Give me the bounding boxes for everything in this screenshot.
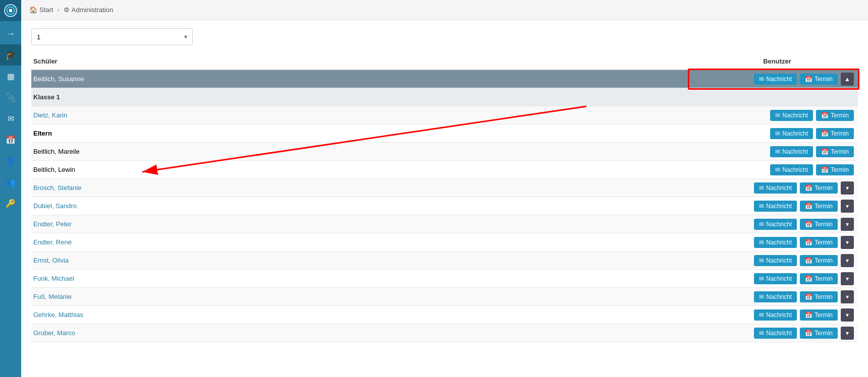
termin-button[interactable]: 📅 Termin xyxy=(800,182,838,194)
sidebar-item-user[interactable]: 👤 xyxy=(0,150,21,171)
breadcrumb-separator: › xyxy=(57,6,59,14)
sidebar-item-calendar[interactable]: 📅 xyxy=(0,129,21,150)
sidebar-item-group[interactable]: 👥 xyxy=(0,171,21,193)
expand-button[interactable]: ▾ xyxy=(841,200,854,213)
student-link[interactable]: Funk, Michael xyxy=(33,275,74,282)
calendar-icon: 📅 xyxy=(805,184,812,192)
row-actions: ✉ Nachricht 📅 Termin ▾ xyxy=(696,236,858,249)
chevron-down-icon: ▾ xyxy=(184,33,187,40)
nachricht-button[interactable]: ✉ Nachricht xyxy=(754,328,797,339)
envelope-icon: ✉ xyxy=(775,112,780,119)
topbar-start[interactable]: 🏠 Start xyxy=(29,6,53,14)
nachricht-button[interactable]: ✉ Nachricht xyxy=(754,255,797,266)
sidebar-item-calendar-alt[interactable]: ▦ xyxy=(0,66,21,87)
nachricht-button[interactable]: ✉ Nachricht xyxy=(754,182,797,194)
student-link[interactable]: Endter, René xyxy=(33,238,72,246)
dropdown-value: 1 xyxy=(37,33,40,41)
calendar-icon: 📅 xyxy=(805,293,812,300)
nachricht-button[interactable]: ✉ Nachricht xyxy=(770,110,813,121)
expand-button[interactable]: ▾ xyxy=(841,272,854,285)
sidebar-item-exit[interactable]: → xyxy=(0,23,21,44)
nachricht-button[interactable]: ✉ Nachricht xyxy=(754,291,797,302)
calendar-icon: 📅 xyxy=(805,203,812,210)
termin-button[interactable]: 📅 Termin xyxy=(800,328,838,339)
student-link[interactable]: Gehrke, Matthias xyxy=(33,311,83,319)
envelope-icon: ✉ xyxy=(759,239,764,246)
nachricht-button[interactable]: ✉ Nachricht xyxy=(754,219,797,230)
student-link[interactable]: Ernst, Olivia xyxy=(33,257,69,264)
termin-button[interactable]: 📅 Termin xyxy=(816,164,854,175)
nachricht-button[interactable]: ✉ Nachricht xyxy=(754,309,797,321)
student-link[interactable]: Endter, Peter xyxy=(33,220,72,228)
content-wrapper: 1 ▾ Schüler Benutzer Beitlich, Susanne xyxy=(31,28,858,342)
student-link[interactable]: Dietz, Karin xyxy=(33,111,67,119)
section-name: Klasse 1 xyxy=(31,90,696,104)
envelope-icon: ✉ xyxy=(759,330,764,337)
nachricht-button[interactable]: ✉ Nachricht xyxy=(770,164,813,175)
sidebar-item-admin[interactable]: 🔑 xyxy=(0,193,21,214)
expand-button[interactable]: ▾ xyxy=(841,254,854,267)
nachricht-button[interactable]: ✉ Nachricht xyxy=(754,201,797,212)
expand-button[interactable]: ▾ xyxy=(841,218,854,231)
student-link[interactable]: Dubiel, Sandro xyxy=(33,202,77,210)
student-name: Gehrke, Matthias xyxy=(31,308,696,322)
termin-button[interactable]: 📅 Termin xyxy=(800,74,838,85)
nachricht-button[interactable]: ✉ Nachricht xyxy=(754,237,797,248)
student-name: Beitlich, Mareile xyxy=(31,145,696,158)
student-link[interactable]: Brosch, Stefanie xyxy=(33,184,81,192)
termin-button[interactable]: 📅 Termin xyxy=(800,309,838,321)
table-row: Endter, Peter ✉ Nachricht 📅 Termin ▾ xyxy=(31,215,858,233)
calendar-icon: 📅 xyxy=(805,239,812,246)
nachricht-button[interactable]: ✉ Nachricht xyxy=(754,74,797,85)
table-row: Beitlich, Mareile ✉ Nachricht 📅 Termin xyxy=(31,143,858,161)
envelope-icon: ✉ xyxy=(775,130,780,137)
calendar-icon: 📅 xyxy=(805,311,812,319)
class-dropdown[interactable]: 1 ▾ xyxy=(31,28,193,45)
student-link[interactable]: Gruber, Marco xyxy=(33,329,75,337)
termin-button[interactable]: 📅 Termin xyxy=(816,146,854,157)
termin-button[interactable]: 📅 Termin xyxy=(800,219,838,230)
student-name: Beitlich, Lewin xyxy=(31,163,696,176)
expand-button[interactable]: ▾ xyxy=(841,290,854,303)
row-actions: ✉ Nachricht 📅 Termin xyxy=(696,128,858,139)
table-row: Eltern ✉ Nachricht 📅 Termin xyxy=(31,124,858,143)
expand-button[interactable]: ▾ xyxy=(841,327,854,340)
calendar-icon: 📅 xyxy=(821,130,829,137)
nachricht-button[interactable]: ✉ Nachricht xyxy=(770,146,813,157)
termin-button[interactable]: 📅 Termin xyxy=(800,201,838,212)
envelope-icon: ✉ xyxy=(775,148,780,155)
app-logo[interactable] xyxy=(0,0,21,21)
topbar-administration[interactable]: ⚙ Administration xyxy=(64,6,113,14)
termin-button[interactable]: 📅 Termin xyxy=(816,110,854,121)
envelope-icon: ✉ xyxy=(759,203,764,210)
name-text: Beitlich, Susanne xyxy=(33,75,84,83)
row-actions: ✉ Nachricht 📅 Termin xyxy=(696,146,858,157)
sidebar-item-paperclip[interactable]: 📎 xyxy=(0,87,21,108)
calendar-icon: 📅 xyxy=(805,76,812,83)
envelope-icon: ✉ xyxy=(759,293,764,300)
sidebar-item-mail[interactable]: ✉ xyxy=(0,108,21,129)
termin-button[interactable]: 📅 Termin xyxy=(800,237,838,248)
envelope-icon: ✉ xyxy=(775,166,780,173)
expand-button[interactable]: ▾ xyxy=(841,308,854,322)
table-row: Funk, Michael ✉ Nachricht 📅 Termin ▾ xyxy=(31,270,858,288)
student-name: Dietz, Karin xyxy=(31,108,696,122)
expand-button[interactable]: ▾ xyxy=(841,236,854,249)
termin-button[interactable]: 📅 Termin xyxy=(800,273,838,284)
sidebar-item-students[interactable]: 🎓 xyxy=(0,44,21,66)
termin-button[interactable]: 📅 Termin xyxy=(816,128,854,139)
calendar-icon: 📅 xyxy=(821,166,829,173)
student-name: Dubiel, Sandro xyxy=(31,199,696,213)
expand-button[interactable]: ▲ xyxy=(841,73,854,86)
student-name: Endter, Peter xyxy=(31,217,696,231)
student-link[interactable]: Fuß, Melanie xyxy=(33,293,72,300)
nachricht-button[interactable]: ✉ Nachricht xyxy=(770,128,813,139)
expand-button[interactable]: ▾ xyxy=(841,181,854,195)
table-header: Schüler Benutzer xyxy=(31,53,858,70)
termin-button[interactable]: 📅 Termin xyxy=(800,291,838,302)
row-actions: ✉ Nachricht 📅 Termin ▾ xyxy=(696,181,858,195)
student-name: Brosch, Stefanie xyxy=(31,181,696,195)
termin-button[interactable]: 📅 Termin xyxy=(800,255,838,266)
nachricht-button[interactable]: ✉ Nachricht xyxy=(754,273,797,284)
admin-label: Administration xyxy=(72,6,113,14)
